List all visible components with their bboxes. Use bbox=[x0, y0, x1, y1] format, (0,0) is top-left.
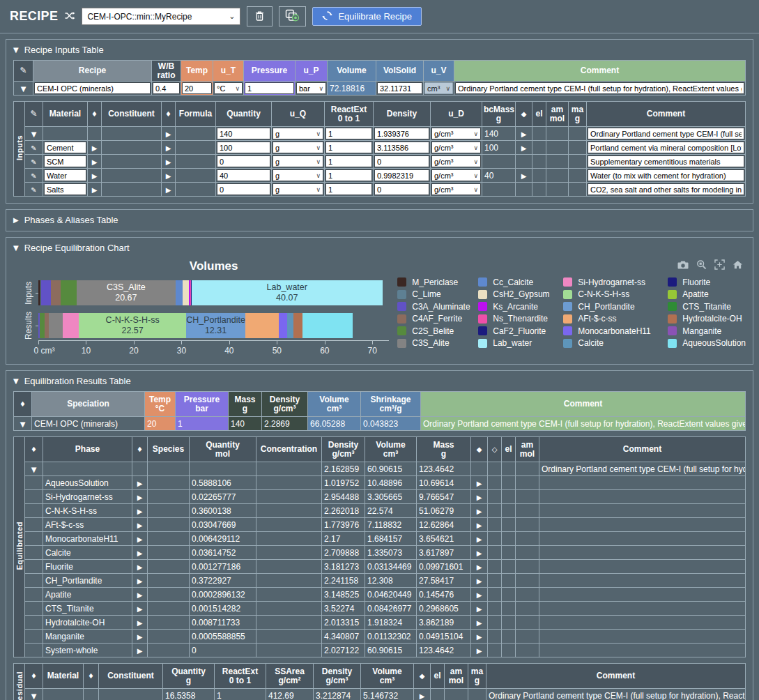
density-input[interactable] bbox=[374, 169, 429, 181]
legend-item[interactable]: Ns_Thenardite bbox=[478, 313, 563, 326]
expand-arrow-icon[interactable]: ▶ bbox=[92, 186, 98, 194]
recipe-comment-input[interactable] bbox=[455, 82, 744, 94]
row-expander[interactable]: ▼ bbox=[31, 466, 37, 473]
u-q-select[interactable]: g∨ bbox=[273, 183, 323, 195]
expand-arrow-icon[interactable]: ▶ bbox=[137, 494, 143, 501]
u-t-select[interactable]: °C∨ bbox=[214, 82, 243, 94]
clone-recipe-button[interactable] bbox=[279, 6, 306, 26]
expand-arrow-icon[interactable]: ▶ bbox=[166, 172, 171, 180]
quantity-input[interactable] bbox=[217, 169, 270, 181]
expand-arrow-icon[interactable]: ▶ bbox=[477, 508, 482, 515]
u-p-select[interactable]: bar∨ bbox=[296, 82, 326, 94]
material-name-input[interactable] bbox=[44, 142, 86, 153]
expand-arrow-icon[interactable]: ▶ bbox=[477, 549, 482, 557]
material-comment-input[interactable] bbox=[588, 169, 744, 181]
legend-item[interactable]: C2S_Belite bbox=[397, 325, 478, 337]
legend-item[interactable]: AqueousSolution bbox=[668, 337, 746, 350]
legend-item[interactable]: CTS_Titanite bbox=[668, 300, 746, 313]
row-icon[interactable]: ✎ bbox=[31, 186, 36, 194]
u-q-select[interactable]: g∨ bbox=[273, 142, 323, 153]
legend-item[interactable]: C3A_Aluminate bbox=[397, 300, 478, 313]
u-q-select[interactable]: g∨ bbox=[273, 128, 323, 139]
expand-arrow-icon[interactable]: ▶ bbox=[477, 591, 482, 599]
density-input[interactable] bbox=[374, 155, 429, 167]
material-comment-input[interactable] bbox=[588, 128, 744, 139]
temp-input[interactable] bbox=[182, 82, 212, 94]
u-q-select[interactable]: g∨ bbox=[273, 169, 323, 181]
legend-item[interactable]: Si-Hydrogarnet-ss bbox=[563, 276, 668, 289]
zoom-icon[interactable] bbox=[696, 259, 707, 272]
row-icon[interactable]: ✎ bbox=[31, 144, 36, 152]
quantity-input[interactable] bbox=[217, 183, 270, 195]
reactext-input[interactable] bbox=[325, 169, 372, 181]
recipe-select[interactable]: CEM-I-OPC::min::MyRecipe ⌄ bbox=[82, 8, 240, 25]
chart-section-toggle[interactable]: ▼ Recipe Equilibration Chart bbox=[13, 243, 746, 253]
expand-arrow-icon[interactable]: ▶ bbox=[477, 480, 482, 487]
expand-arrow-icon[interactable]: ▶ bbox=[137, 647, 143, 655]
u-d-select[interactable]: g/cm³∨ bbox=[431, 142, 481, 153]
expand-arrow-icon[interactable]: ▶ bbox=[166, 158, 171, 166]
material-comment-input[interactable] bbox=[588, 155, 744, 167]
quantity-input[interactable] bbox=[217, 128, 270, 139]
quantity-input[interactable] bbox=[217, 155, 270, 167]
u-v-select[interactable]: cm³∨ bbox=[424, 82, 453, 94]
volsolid-input[interactable] bbox=[377, 82, 422, 94]
u-d-select[interactable]: g/cm³∨ bbox=[431, 183, 481, 195]
pressure-input[interactable] bbox=[245, 82, 294, 94]
expand-arrow-icon[interactable]: ▶ bbox=[166, 130, 171, 138]
results-bar[interactable]: C-N-K-S-H-ss22.57CH_Portlandite12.31 bbox=[38, 313, 389, 338]
legend-item[interactable]: MonocarbonateH11 bbox=[563, 325, 668, 337]
row-expander[interactable]: ▼ bbox=[21, 85, 26, 93]
results-section-toggle[interactable]: ▼ Equilibration Results Table bbox=[13, 376, 746, 386]
legend-item[interactable]: Apatite bbox=[668, 289, 746, 301]
expand-arrow-icon[interactable]: ▶ bbox=[166, 186, 171, 194]
density-input[interactable] bbox=[374, 183, 429, 195]
expand-arrow-icon[interactable]: ▶ bbox=[137, 577, 143, 585]
material-comment-input[interactable] bbox=[588, 183, 744, 195]
u-d-select[interactable]: g/cm³∨ bbox=[431, 169, 481, 181]
expand-arrow-icon[interactable]: ▶ bbox=[477, 619, 482, 627]
expand-arrow-icon[interactable]: ▶ bbox=[477, 647, 482, 655]
home-icon[interactable] bbox=[733, 259, 743, 272]
expand-arrow-icon[interactable]: ▶ bbox=[477, 577, 482, 585]
expand-arrow-icon[interactable]: ▶ bbox=[137, 633, 143, 641]
reactext-input[interactable] bbox=[325, 183, 372, 195]
legend-item[interactable]: CaF2_Fluorite bbox=[478, 325, 563, 337]
expand-arrow-icon[interactable]: ▶ bbox=[137, 535, 143, 543]
legend-item[interactable]: CsH2_Gypsum bbox=[478, 289, 563, 301]
expand-arrow-icon[interactable]: ▶ bbox=[92, 144, 98, 152]
quantity-input[interactable] bbox=[217, 142, 270, 153]
row-icon[interactable]: ✎ bbox=[31, 172, 36, 180]
density-input[interactable] bbox=[374, 128, 429, 139]
legend-item[interactable]: AFt-$-c-ss bbox=[563, 313, 668, 326]
expand-arrow-icon[interactable]: ▶ bbox=[477, 633, 482, 641]
material-name-input[interactable] bbox=[44, 155, 86, 167]
material-comment-input[interactable] bbox=[588, 142, 744, 153]
expand-arrow-icon[interactable]: ▶ bbox=[137, 619, 143, 627]
row-expander[interactable]: ▼ bbox=[20, 420, 26, 428]
reactext-input[interactable] bbox=[325, 142, 372, 153]
u-q-select[interactable]: g∨ bbox=[273, 155, 323, 167]
expand-arrow-icon[interactable]: ▶ bbox=[521, 172, 527, 180]
row-icon[interactable]: ▼ bbox=[31, 692, 37, 700]
expand-arrow-icon[interactable]: ▶ bbox=[92, 172, 98, 180]
recipe-inputs-section-toggle[interactable]: ▼ Recipe Inputs Table bbox=[13, 45, 746, 55]
legend-item[interactable]: Manganite bbox=[668, 325, 746, 337]
expand-arrow-icon[interactable]: ▶ bbox=[420, 692, 425, 700]
expand-arrow-icon[interactable]: ▶ bbox=[137, 480, 143, 487]
reactext-input[interactable] bbox=[325, 155, 372, 167]
expand-arrow-icon[interactable]: ▶ bbox=[137, 549, 143, 557]
recipe-name-input[interactable] bbox=[34, 82, 151, 94]
density-input[interactable] bbox=[374, 142, 429, 153]
u-d-select[interactable]: g/cm³∨ bbox=[431, 155, 481, 167]
material-name-input[interactable] bbox=[44, 183, 86, 195]
u-d-select[interactable]: g/cm³∨ bbox=[431, 128, 481, 139]
expand-arrow-icon[interactable]: ▶ bbox=[137, 591, 143, 599]
legend-item[interactable]: Fluorite bbox=[668, 276, 746, 289]
wb-ratio-input[interactable] bbox=[153, 82, 180, 94]
camera-icon[interactable] bbox=[677, 260, 689, 272]
expand-arrow-icon[interactable]: ▶ bbox=[137, 522, 143, 529]
legend-item[interactable]: Hydrotalcite-OH bbox=[668, 313, 746, 326]
expand-arrow-icon[interactable]: ▶ bbox=[521, 130, 527, 138]
equilibrate-recipe-button[interactable]: Equilibrate Recipe bbox=[312, 7, 422, 26]
